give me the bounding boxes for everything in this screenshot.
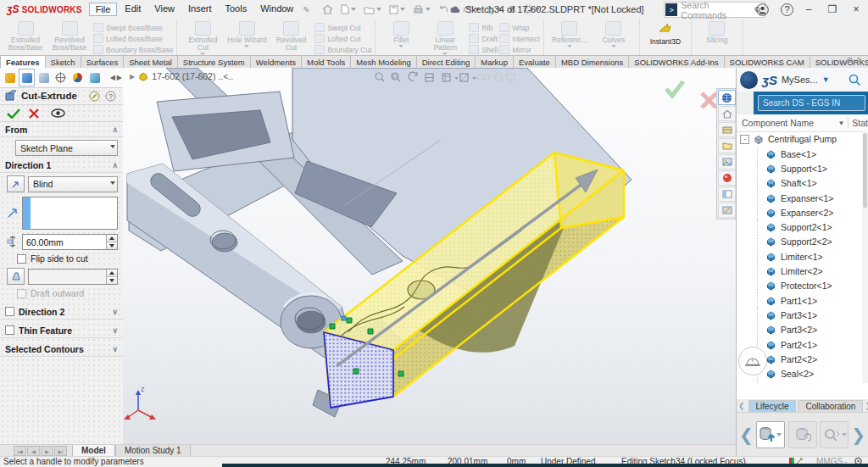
menu-item[interactable]: Insert [182, 3, 218, 16]
panel-tab-prev-icon[interactable]: ◀ [110, 74, 115, 81]
section-selected-contours[interactable]: Selected Contours∨ [0, 342, 123, 357]
tab-configuration-manager[interactable] [36, 69, 52, 86]
breadcrumb[interactable]: ▶ 17-602 (17-602) ..<.. [130, 71, 233, 81]
menu-item[interactable]: Edit [119, 3, 147, 16]
ribbon-small-button[interactable]: Rib [469, 23, 498, 32]
tree-scrollbar[interactable] [862, 131, 868, 383]
bottom-tab[interactable]: Model [72, 445, 115, 457]
component-row[interactable]: Part3<2> [737, 323, 862, 337]
user-avatar[interactable] [740, 71, 758, 89]
tab-home[interactable] [718, 106, 736, 121]
command-tab[interactable]: MBD Dimensions [555, 55, 629, 68]
component-row[interactable]: Part1<1> [737, 293, 862, 308]
section-from[interactable]: From∧ [0, 122, 123, 137]
ribbon-big-button[interactable]: Fillet [379, 20, 423, 55]
tab-featuremanager-tree[interactable] [2, 69, 18, 86]
ok-check-icon[interactable] [7, 108, 20, 119]
ribbon-small-button[interactable]: Wrap [499, 23, 540, 32]
ribbon-small-button[interactable]: Draft [469, 34, 498, 43]
component-row[interactable]: Part3<1> [737, 308, 862, 322]
command-tab[interactable]: Sketch [45, 55, 81, 68]
menu-item[interactable]: Window [254, 3, 299, 16]
command-tab[interactable]: Surfaces [81, 55, 125, 68]
ribbon-big-button[interactable]: Revolved Cut [269, 20, 313, 55]
filter-icon[interactable]: ▼ [837, 120, 844, 127]
ribbon-small-button[interactable]: Swept Cut [314, 23, 371, 32]
search-ds-input[interactable]: Search DS - EGS IN [758, 95, 865, 111]
pin-menu-icon[interactable]: ✎ [303, 5, 309, 14]
command-tab[interactable]: Markup [475, 55, 514, 68]
ribbon-big-button[interactable]: Curves [592, 20, 636, 47]
menu-item[interactable]: View [148, 3, 181, 16]
bottom-tab[interactable]: Motion Study 1 [115, 445, 191, 457]
keep-visible-pin-icon[interactable] [89, 91, 100, 102]
graphics-viewport[interactable]: Z ▶ 17-602 (17-602) ..<.. [123, 68, 736, 444]
tab-cam-tree[interactable] [86, 69, 103, 86]
component-row[interactable]: Protector<1> [737, 279, 862, 293]
ribbon-small-button[interactable]: Swept Boss/Base [93, 23, 173, 32]
command-tab[interactable]: Mold Tools [301, 55, 351, 68]
command-tab[interactable]: SOLIDWORKS Add-Ins [628, 55, 724, 68]
depth-decrement[interactable] [107, 242, 117, 249]
component-row[interactable]: Expanser<1> [737, 191, 862, 205]
menu-item[interactable]: File [89, 3, 118, 16]
tab-custom-properties[interactable] [718, 186, 736, 202]
menu-item[interactable]: Tools [220, 3, 253, 16]
ribbon-big-button[interactable]: Extruded Cut [181, 20, 225, 55]
tab-property-manager[interactable] [19, 69, 35, 86]
panel-tab[interactable]: Lifecycle [748, 400, 797, 412]
component-row[interactable]: Plate Liner<2> [737, 381, 862, 383]
home-icon[interactable] [322, 4, 333, 14]
session-label[interactable]: MySes... [782, 75, 818, 85]
depth-input[interactable]: 60.00mm [22, 234, 118, 250]
panel-search-icon[interactable] [849, 74, 861, 86]
component-row[interactable]: Support2<2> [737, 235, 862, 249]
command-tab[interactable]: Weldments [250, 55, 302, 68]
from-condition-combo[interactable]: Sketch Plane [15, 140, 118, 156]
model-3d-view[interactable]: Z [123, 68, 736, 444]
restore-button[interactable]: ❐ [821, 3, 844, 15]
ribbon-big-button[interactable]: Hole Wizard [225, 20, 269, 55]
preview-eye-icon[interactable] [51, 108, 65, 118]
assistant-helmet-icon[interactable] [738, 347, 767, 375]
cancel-x-icon[interactable] [29, 108, 39, 119]
save-options-caret-icon[interactable] [776, 433, 782, 436]
component-row[interactable]: Support2<1> [737, 220, 862, 234]
direction-reference-selection-box[interactable] [22, 197, 118, 230]
ribbon-small-button[interactable]: Boundary Cut [314, 45, 371, 54]
section-direction2[interactable]: Direction 2∨ [0, 304, 123, 320]
ribbon-small-button[interactable]: Lofted Cut [314, 34, 371, 43]
command-tab[interactable]: Structure System [177, 55, 251, 68]
tab-dimxpert-manager[interactable] [53, 69, 69, 86]
tab-view-palette[interactable] [718, 154, 736, 170]
component-row[interactable]: Support<1> [737, 161, 862, 175]
section-direction1[interactable]: Direction 1∧ [0, 158, 123, 173]
command-tab[interactable]: Mesh Modeling [350, 55, 416, 68]
save-to-platform-button[interactable] [756, 421, 785, 448]
thin-feature-checkbox[interactable] [5, 325, 14, 335]
command-tab[interactable]: Direct Editing [416, 55, 476, 68]
direction2-checkbox[interactable] [5, 307, 14, 316]
component-row[interactable]: Expanser<2> [737, 205, 862, 220]
session-chevron-icon[interactable]: ▼ [822, 75, 830, 84]
user-account-icon[interactable] [756, 3, 769, 16]
ribbon-big-button[interactable]: Linear Pattern [423, 20, 467, 55]
tab-design-library[interactable] [718, 122, 736, 137]
tabs-scroll-right-icon[interactable]: ❯ [863, 402, 868, 410]
tree-root-row[interactable]: - Centrifugal Pump [737, 131, 862, 147]
flip-side-checkbox[interactable] [17, 254, 26, 264]
command-tab[interactable]: Features [0, 55, 46, 68]
tab-display-manager[interactable] [70, 69, 86, 86]
ribbon-big-button[interactable]: Slicing [695, 20, 739, 44]
save-icon[interactable] [389, 5, 405, 14]
ribbon-options-icon[interactable]: ⚙ [846, 56, 853, 64]
ribbon-small-button[interactable]: Lofted Boss/Base [93, 34, 173, 43]
print-icon[interactable] [413, 5, 431, 14]
ribbon-pin-icon[interactable]: ✎ [856, 56, 863, 64]
sheet-nav-buttons[interactable]: |◀◀▶▶| [14, 446, 67, 456]
flip-side-to-cut-row[interactable]: Flip side to cut [0, 252, 123, 265]
command-tab[interactable]: Sheet Metal [123, 55, 178, 68]
new-document-icon[interactable] [341, 4, 356, 14]
help-circle-icon[interactable]: ? [105, 91, 116, 102]
component-row[interactable]: Base<1> [737, 147, 862, 161]
